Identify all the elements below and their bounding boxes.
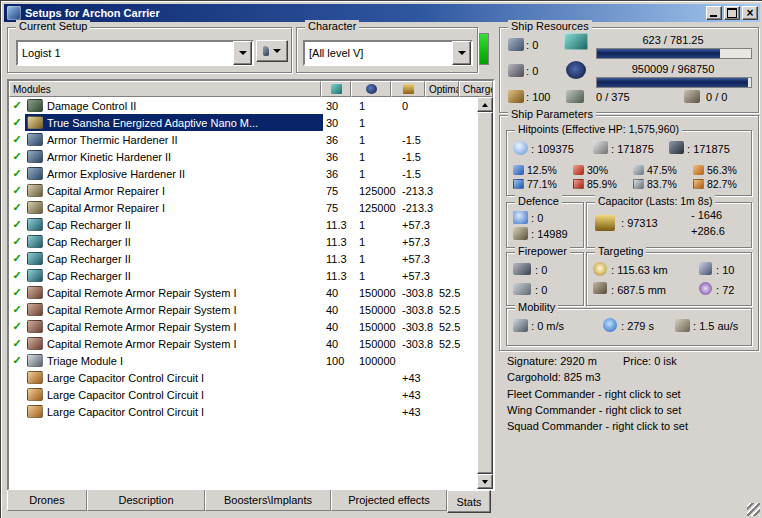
module-optimal: 52.5: [436, 321, 473, 333]
module-cpu: 30: [323, 117, 356, 129]
module-name: Capital Armor Repairer I: [45, 182, 323, 199]
column-header-optimal[interactable]: Optimal: [425, 81, 459, 97]
modules-scrollbar[interactable]: [477, 97, 493, 489]
column-header-cpu[interactable]: [321, 81, 351, 97]
module-row[interactable]: Armor Kinetic Hardener II361-1.5: [9, 148, 477, 165]
fleet-commander-text[interactable]: Fleet Commander - right click to set: [507, 388, 681, 400]
module-row[interactable]: Large Capacitor Control Circuit I+43: [9, 369, 477, 386]
module-icon: [25, 165, 45, 182]
module-row[interactable]: Cap Recharger II11.31+57.3: [9, 250, 477, 267]
module-powergrid: 125000: [356, 202, 399, 214]
module-row[interactable]: Large Capacitor Control Circuit I+43: [9, 403, 477, 420]
module-row[interactable]: Capital Remote Armor Repair System I4015…: [9, 301, 477, 318]
tab-description[interactable]: Description: [87, 490, 205, 511]
resist-kinetic: 47.5%83.7%: [629, 163, 689, 191]
modules-table: Modules Optimal Charges Damage Control I…: [7, 79, 495, 491]
module-row[interactable]: True Sansha Energized Adaptive Nano M...…: [9, 114, 477, 131]
scroll-up-button[interactable]: [477, 97, 493, 112]
shield-resist-value: 47.5%: [647, 164, 677, 176]
targeting-title: Targeting: [595, 245, 646, 257]
tab-drones[interactable]: Drones: [7, 490, 87, 511]
setup-tools-button[interactable]: [256, 40, 288, 62]
character-group: Character [All level V]: [296, 27, 478, 73]
column-header-powergrid[interactable]: [351, 81, 391, 97]
column-header-charges[interactable]: Charges: [459, 81, 493, 97]
module-capacitor: -303.8: [399, 321, 436, 333]
column-header-modules[interactable]: Modules: [9, 81, 321, 97]
tab-boosters-implants[interactable]: Boosters\Implants: [205, 490, 331, 511]
app-icon: [7, 6, 21, 20]
chevron-down-icon: [273, 49, 281, 53]
module-row[interactable]: Capital Armor Repairer I75125000-213.3: [9, 199, 477, 216]
chevron-down-icon: [239, 51, 247, 55]
turret-hardpoints-value: 0: [526, 39, 538, 51]
shield-resist-value: 30%: [587, 164, 608, 176]
module-row[interactable]: Large Capacitor Control Circuit I+43: [9, 386, 477, 403]
column-header-optimal-label: Optimal: [429, 84, 459, 95]
module-icon: [25, 403, 45, 420]
module-row[interactable]: Triage Module I100100000: [9, 352, 477, 369]
wing-commander-text[interactable]: Wing Commander - right click to set: [507, 404, 681, 416]
current-setup-label: Current Setup: [16, 20, 90, 32]
fitted-check-icon: [9, 286, 25, 299]
window-title: Setups for Archon Carrier: [25, 7, 704, 19]
powergrid-usage-value: 950009 / 968750: [596, 63, 750, 75]
module-capacitor: -1.5: [399, 151, 436, 163]
chevron-down-icon: [458, 51, 466, 55]
module-name: Capital Remote Armor Repair System I: [45, 318, 323, 335]
module-cpu: 30: [323, 100, 356, 112]
maximize-icon: [727, 8, 737, 18]
setup-combobox-arrow[interactable]: [233, 41, 252, 65]
targeting-group: Targeting 115.63 km 10 687.5 mm 72: [586, 252, 752, 306]
squad-commander-text[interactable]: Squad Commander - right click to set: [507, 420, 688, 432]
resist-explosive: 56.3%82.7%: [689, 163, 749, 191]
module-row[interactable]: Capital Remote Armor Repair System I4015…: [9, 284, 477, 301]
module-name: Armor Thermic Hardener II: [45, 131, 323, 148]
calibration-value: 100: [526, 91, 550, 103]
scroll-thumb[interactable]: [477, 112, 493, 474]
module-powergrid: 100000: [356, 355, 399, 367]
module-icon: [25, 301, 45, 318]
max-velocity-value: 0 m/s: [531, 320, 564, 332]
module-icon: [25, 284, 45, 301]
module-row[interactable]: Capital Remote Armor Repair System I4015…: [9, 318, 477, 335]
scroll-down-button[interactable]: [477, 474, 493, 489]
character-combobox-arrow[interactable]: [452, 41, 471, 65]
dronebay-icon: [566, 90, 584, 103]
dronebay-value: 0 / 375: [596, 91, 630, 103]
module-name: Cap Recharger II: [45, 216, 323, 233]
tab-projected-effects[interactable]: Projected effects: [331, 490, 447, 511]
character-combobox[interactable]: [All level V]: [303, 40, 473, 66]
armor-resist-value: 83.7%: [647, 178, 677, 190]
structure-hp-value: 171875: [687, 143, 730, 155]
module-capacitor: +57.3: [399, 236, 436, 248]
cpu-icon: [564, 33, 588, 50]
module-powergrid: 1: [356, 117, 399, 129]
module-row[interactable]: Armor Explosive Hardener II361-1.5: [9, 165, 477, 182]
ship-resources-title: Ship Resources: [508, 20, 592, 32]
armor-hp-value: 171875: [611, 143, 654, 155]
module-row[interactable]: Cap Recharger II11.31+57.3: [9, 267, 477, 284]
module-row[interactable]: Damage Control II3010: [9, 97, 477, 114]
tab-stats[interactable]: Stats: [447, 490, 491, 513]
close-button[interactable]: ×: [742, 6, 758, 20]
capacitor-peak-value: +286.6: [691, 225, 725, 237]
module-capacitor: +43: [399, 406, 436, 418]
module-row[interactable]: Capital Remote Armor Repair System I4015…: [9, 335, 477, 352]
powergrid-usage-bar: [596, 77, 752, 88]
minimize-button[interactable]: [706, 6, 722, 20]
column-header-capacitor[interactable]: [391, 81, 425, 97]
module-powergrid: 1: [356, 151, 399, 163]
module-row[interactable]: Armor Thermic Hardener II361-1.5: [9, 131, 477, 148]
module-row[interactable]: Capital Armor Repairer I75125000-213.3: [9, 182, 477, 199]
module-optimal: 52.5: [436, 287, 473, 299]
module-row[interactable]: Cap Recharger II11.31+57.3: [9, 233, 477, 250]
scan-resolution-value: 687.5 mm: [611, 284, 666, 296]
cargohold-text: Cargohold: 825 m3: [507, 371, 601, 383]
setup-combobox[interactable]: Logist 1: [16, 40, 254, 66]
module-cpu: 36: [323, 151, 356, 163]
maximize-button[interactable]: [724, 6, 740, 20]
titlebar[interactable]: Setups for Archon Carrier ×: [4, 4, 760, 22]
resize-grip[interactable]: [747, 503, 760, 516]
module-row[interactable]: Cap Recharger II11.31+57.3: [9, 216, 477, 233]
